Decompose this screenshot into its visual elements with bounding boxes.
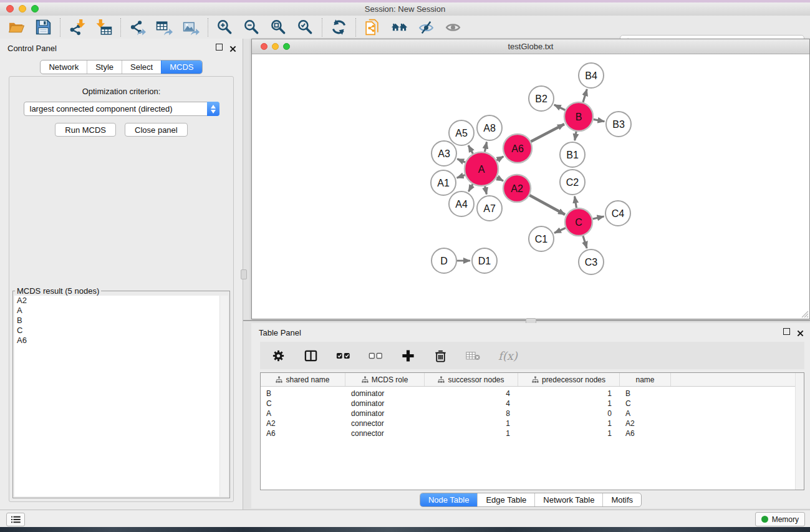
graph-edge-A-A6[interactable]: [496, 157, 503, 160]
graph-edge-B-B1[interactable]: [575, 132, 576, 141]
result-item[interactable]: A2: [14, 296, 228, 306]
mcds-result-list[interactable]: A2ABCA6: [14, 296, 228, 496]
graph-edge-C-C4[interactable]: [592, 216, 604, 219]
table-cell[interactable]: C: [620, 399, 671, 409]
graph-edge-C-C1[interactable]: [554, 228, 566, 233]
table-cell[interactable]: 1: [425, 418, 518, 428]
column-header-predecessor-nodes[interactable]: predecessor nodes: [518, 373, 620, 386]
zoom-selected-icon[interactable]: [297, 19, 314, 36]
graph-edge-A-A3[interactable]: [457, 159, 465, 162]
float-panel-icon[interactable]: [216, 44, 223, 51]
table-cell[interactable]: C: [261, 399, 345, 409]
refresh-icon[interactable]: [330, 19, 347, 36]
select-all-icon[interactable]: [336, 349, 350, 363]
result-item[interactable]: B: [14, 316, 228, 326]
criterion-select[interactable]: largest connected component (directed): [24, 102, 219, 116]
export-image-icon[interactable]: [183, 19, 200, 36]
network-canvas[interactable]: B4B2BB3A5A8A6A3B1AA1C2A2A4A7CC4C1C3DD1: [252, 54, 809, 319]
graph-edge-A6-B[interactable]: [531, 124, 564, 142]
graph-edge-C-C3[interactable]: [583, 236, 587, 248]
table-cell[interactable]: 1: [518, 428, 620, 438]
result-list-scrollbar[interactable]: [219, 296, 228, 496]
vertical-splitter-handle[interactable]: [241, 269, 247, 279]
show-all-icon[interactable]: [445, 19, 461, 36]
column-header-shared-name[interactable]: shared name: [261, 373, 345, 386]
graph-edge-B-B4[interactable]: [583, 89, 587, 102]
new-network-icon[interactable]: [364, 19, 381, 36]
delete-table-icon[interactable]: [466, 349, 480, 363]
table-cell[interactable]: 8: [425, 409, 518, 418]
table-cell[interactable]: dominator: [345, 389, 425, 399]
table-cell[interactable]: 4: [425, 399, 518, 409]
result-item[interactable]: A: [14, 306, 228, 316]
table-cell[interactable]: B: [261, 389, 345, 399]
memory-button[interactable]: Memory: [755, 512, 805, 526]
first-neighbors-icon[interactable]: [391, 19, 408, 36]
tab-node-table[interactable]: Node Table: [420, 493, 478, 506]
close-table-panel-icon[interactable]: [797, 328, 804, 335]
export-table-icon[interactable]: [156, 19, 173, 36]
zoom-network-window-button[interactable]: [283, 43, 290, 50]
table-cell[interactable]: 1: [425, 428, 518, 438]
close-network-window-button[interactable]: [261, 43, 268, 50]
column-header-name[interactable]: name: [620, 373, 671, 386]
table-cell[interactable]: 1: [518, 418, 620, 428]
task-history-button[interactable]: [6, 513, 25, 526]
minimize-network-window-button[interactable]: [272, 43, 279, 50]
zoom-out-icon[interactable]: [243, 19, 260, 36]
table-cell[interactable]: connector: [345, 428, 425, 438]
tab-style[interactable]: Style: [87, 60, 122, 74]
table-cell[interactable]: 4: [425, 389, 518, 399]
float-table-panel-icon[interactable]: [783, 328, 790, 335]
zoom-fit-icon[interactable]: [270, 19, 287, 36]
tab-mcds[interactable]: MCDS: [161, 60, 201, 74]
table-scrollbar[interactable]: [795, 373, 804, 490]
table-cell[interactable]: 0: [518, 409, 620, 418]
zoom-in-icon[interactable]: [216, 19, 233, 36]
table-row[interactable]: Cdominator41C: [261, 399, 804, 409]
table-cell[interactable]: B: [620, 389, 671, 399]
graph-edge-A-A7[interactable]: [485, 186, 487, 194]
import-network-icon[interactable]: [69, 19, 85, 36]
close-window-button[interactable]: [6, 5, 14, 12]
select-stepper-icon[interactable]: [207, 102, 219, 116]
table-cell[interactable]: A: [620, 409, 671, 418]
table-settings-icon[interactable]: [271, 349, 286, 363]
table-cell[interactable]: 1: [518, 399, 620, 409]
graph-edge-B-B3[interactable]: [594, 119, 605, 121]
graph-edge-A-A1[interactable]: [457, 175, 465, 178]
close-panel-icon[interactable]: [229, 44, 236, 51]
table-cell[interactable]: dominator: [345, 409, 425, 418]
minimize-window-button[interactable]: [19, 5, 26, 12]
deselect-all-icon[interactable]: [369, 349, 383, 363]
tab-edge-table[interactable]: Edge Table: [477, 493, 534, 506]
graph-edge-A-A2[interactable]: [497, 177, 503, 181]
open-session-icon[interactable]: [8, 19, 25, 36]
add-entry-icon[interactable]: [401, 349, 415, 363]
tab-network-table[interactable]: Network Table: [534, 493, 602, 506]
table-cell[interactable]: A2: [620, 418, 671, 428]
graph-edge-A-A5[interactable]: [468, 145, 473, 153]
graph-edge-A-A8[interactable]: [485, 142, 486, 152]
table-row[interactable]: A6connector11A6: [261, 428, 804, 438]
result-item[interactable]: C: [14, 326, 228, 336]
table-cell[interactable]: connector: [345, 418, 425, 428]
window-resize-grip[interactable]: [800, 309, 809, 318]
tab-network[interactable]: Network: [41, 60, 87, 74]
import-table-icon[interactable]: [95, 19, 112, 36]
close-panel-button[interactable]: Close panel: [125, 123, 188, 137]
tab-select[interactable]: Select: [122, 60, 161, 74]
column-header-mcds-role[interactable]: MCDS role: [345, 373, 425, 386]
table-cell[interactable]: A6: [620, 428, 671, 438]
graph-edge-B-B2[interactable]: [554, 105, 566, 110]
graph-edge-A-A4[interactable]: [468, 184, 473, 191]
table-row[interactable]: A2connector11A2: [261, 418, 804, 428]
hide-selected-icon[interactable]: [418, 19, 435, 36]
table-row[interactable]: Bdominator41B: [261, 389, 804, 399]
table-row[interactable]: Adominator80A: [261, 409, 804, 418]
graph-edge-C-C2[interactable]: [575, 196, 577, 208]
function-builder-icon[interactable]: f(x): [498, 349, 518, 362]
table-cell[interactable]: 1: [518, 389, 620, 399]
run-mcds-button[interactable]: Run MCDS: [55, 123, 116, 137]
split-view-icon[interactable]: [304, 349, 318, 363]
